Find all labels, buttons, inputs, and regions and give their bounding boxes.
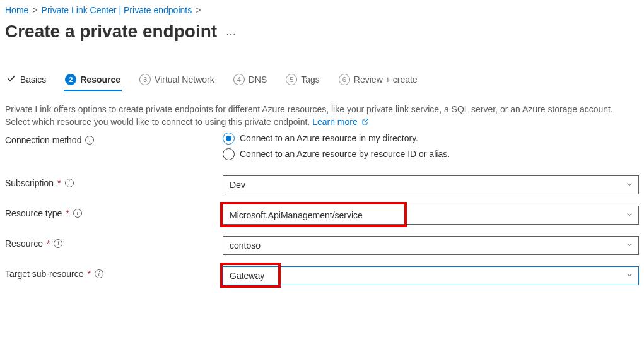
info-icon[interactable]: i [95, 269, 103, 278]
select-value: Dev [230, 180, 245, 190]
step-number: 3 [139, 74, 151, 85]
info-icon[interactable]: i [85, 136, 94, 145]
label-resource: Resource * i [5, 236, 223, 249]
required-asterisk: * [47, 239, 50, 249]
radio-connect-in-directory[interactable]: Connect to an Azure resource in my direc… [223, 133, 639, 145]
learn-more-link[interactable]: Learn more [312, 117, 368, 127]
breadcrumb-sep: > [196, 5, 201, 15]
connection-method-options: Connect to an Azure resource in my direc… [223, 133, 639, 164]
label-text: Connection method [5, 135, 81, 145]
breadcrumb-home[interactable]: Home [5, 5, 28, 15]
info-icon[interactable]: i [65, 179, 74, 187]
label-text: Resource type [5, 208, 62, 218]
radio-label: Connect to an Azure resource by resource… [240, 149, 450, 159]
chevron-down-icon [626, 240, 633, 251]
wizard-tabs: Basics 2 Resource 3 Virtual Network 4 DN… [5, 69, 639, 91]
info-icon[interactable]: i [54, 239, 62, 248]
radio-label: Connect to an Azure resource in my direc… [240, 133, 418, 143]
radio-icon [223, 148, 235, 160]
check-icon [6, 73, 16, 85]
required-asterisk: * [88, 269, 91, 279]
select-value: Microsoft.ApiManagement/service [230, 210, 363, 220]
label-target-sub-resource: Target sub-resource * i [5, 266, 223, 279]
label-connection-method: Connection method i [5, 133, 223, 145]
radio-icon [223, 133, 235, 145]
tab-label: Review + create [354, 74, 418, 85]
label-text: Target sub-resource [5, 269, 84, 279]
tab-label: DNS [249, 74, 267, 85]
label-resource-type: Resource type * i [5, 206, 223, 218]
target-sub-resource-select[interactable]: Gateway [223, 266, 639, 285]
tab-label: Basics [20, 74, 46, 85]
title-row: Create a private endpoint ⋯ [5, 21, 639, 47]
tab-resource[interactable]: 2 Resource [64, 70, 122, 91]
step-number: 4 [233, 74, 245, 85]
required-asterisk: * [66, 208, 69, 218]
info-icon[interactable]: i [73, 209, 82, 218]
tab-label: Resource [80, 74, 120, 85]
required-asterisk: * [57, 178, 61, 188]
radio-connect-by-id[interactable]: Connect to an Azure resource by resource… [223, 148, 639, 160]
step-number: 2 [65, 74, 76, 85]
tab-virtual-network[interactable]: 3 Virtual Network [138, 70, 216, 91]
tab-dns[interactable]: 4 DNS [232, 70, 269, 91]
tab-tags[interactable]: 5 Tags [284, 70, 321, 91]
resource-select[interactable]: contoso [223, 236, 639, 255]
learn-more-label: Learn more [312, 117, 358, 127]
breadcrumb: Home > Private Link Center | Private end… [5, 5, 639, 15]
label-text: Resource [5, 239, 43, 249]
page-title: Create a private endpoint [5, 21, 217, 42]
tab-label: Virtual Network [155, 74, 214, 85]
label-text: Subscription [5, 178, 54, 188]
step-number: 6 [339, 74, 350, 85]
row-subscription: Subscription * i Dev [5, 175, 639, 194]
breadcrumb-private-link-center[interactable]: Private Link Center | Private endpoints [42, 5, 192, 15]
row-resource: Resource * i contoso [5, 236, 639, 255]
external-link-icon [360, 117, 369, 127]
row-resource-type: Resource type * i Microsoft.ApiManagemen… [5, 206, 639, 225]
select-value: Gateway [230, 271, 264, 281]
more-actions-button[interactable]: ⋯ [226, 28, 237, 40]
tab-basics[interactable]: Basics [5, 69, 47, 91]
chevron-down-icon [626, 271, 633, 281]
chevron-down-icon [626, 180, 633, 190]
select-value: contoso [230, 240, 261, 251]
resource-step-description: Private Link offers options to create pr… [5, 103, 636, 129]
breadcrumb-sep: > [32, 5, 37, 15]
row-target-sub-resource: Target sub-resource * i Gateway [5, 266, 639, 285]
chevron-down-icon [626, 210, 633, 220]
subscription-select[interactable]: Dev [223, 175, 639, 194]
row-connection-method: Connection method i Connect to an Azure … [5, 133, 639, 164]
resource-type-select[interactable]: Microsoft.ApiManagement/service [223, 206, 639, 225]
desc-text: Private Link offers options to create pr… [5, 104, 613, 127]
tab-review-create[interactable]: 6 Review + create [337, 70, 419, 91]
label-subscription: Subscription * i [5, 175, 223, 188]
step-number: 5 [286, 74, 297, 85]
tab-label: Tags [301, 74, 320, 85]
